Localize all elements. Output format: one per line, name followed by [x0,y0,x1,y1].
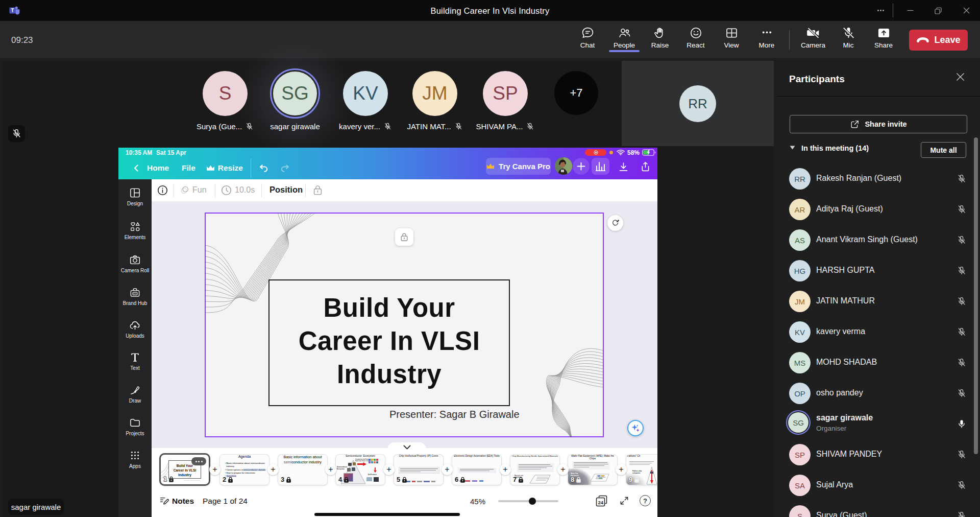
svg-text:24: 24 [598,500,604,505]
svg-text:CO.: CO. [134,293,137,295]
